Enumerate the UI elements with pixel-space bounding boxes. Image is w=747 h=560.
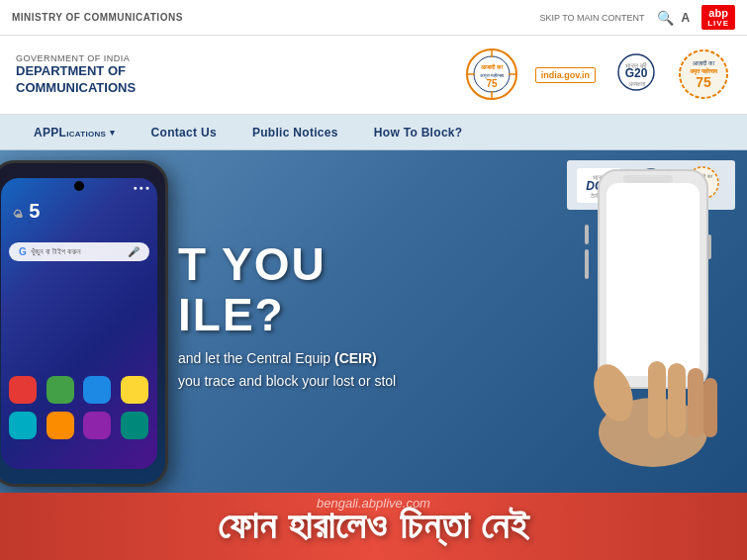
nav-applications[interactable]: APPLications ▾ [16,115,134,150]
abp-live-label: LIVE [707,19,729,28]
chevron-down-icon: ▾ [110,128,115,138]
hero-section: भारत DOT टेलीकॉम India's G20 आज़ादी का अ… [0,150,747,560]
phone-time: 🌤 5 [13,198,40,224]
abp-label: abp [708,7,728,19]
svg-rect-37 [688,368,703,437]
svg-text:आज़ादी का: आज़ादी का [693,59,715,66]
ministry-label: MINISTRY OF COMMUNICATIONS [12,12,183,23]
app-icon-5 [9,412,37,439]
dept-name: DEPARTMENT OF COMMUNICATIONS [16,63,136,97]
app-icons-grid [9,376,149,439]
samsung-phone: ● ● ● 🌤 5 G খুঁজুন বা টাইপ করুন 🎤 [0,160,168,487]
app-icon-3 [83,376,111,404]
phone-camera [74,181,84,191]
app-icon-4 [121,376,148,404]
svg-rect-33 [585,225,589,244]
samsung-screen: ● ● ● 🌤 5 G খুঁজুন বা টাইপ করুন 🎤 [1,178,157,469]
nav-public-notices[interactable]: Public Notices [234,115,356,150]
app-icon-6 [47,412,74,439]
google-search-bar: G খুঁজুন বা টাইপ করুন 🎤 [9,242,149,261]
app-icon-7 [83,412,111,439]
bengali-headline: ফোন হারালেও চিন্তা নেই [20,505,727,548]
top-bar-right: SKIP TO MAIN CONTENT 🔍 A abp LIVE [540,5,735,30]
svg-rect-30 [607,183,700,376]
azadi-logo: आजादी का अमृत महोत्सव 75 [465,47,519,102]
svg-rect-31 [623,175,673,183]
svg-text:आजादी का: आजादी का [481,63,504,70]
svg-text:G20: G20 [625,66,648,80]
navbar: APPLications ▾ Contact Us Public Notices… [0,115,747,150]
skip-link[interactable]: SKIP TO MAIN CONTENT [540,13,645,23]
g20-svg: भारत की G20 अध्यक्षता [611,52,661,97]
font-icon[interactable]: A [682,11,691,25]
g20-logo: भारत की G20 अध्यक्षता [611,52,661,97]
app-icon-8 [121,412,148,439]
svg-rect-36 [668,363,686,437]
svg-text:अध्यक्षता: अध्यक्षता [628,81,646,87]
top-icons: 🔍 A [657,10,691,26]
phone-left: ● ● ● 🌤 5 G খুঁজুন বা টাইপ করুন 🎤 [0,160,168,487]
app-icon-1 [9,376,37,404]
app-icon-2 [47,376,74,404]
top-bar: MINISTRY OF COMMUNICATIONS SKIP TO MAIN … [0,0,747,36]
india-gov-logo: india.gov.in [535,67,596,83]
search-icon[interactable]: 🔍 [657,10,674,26]
header-logos: आजादी का अमृत महोत्सव 75 india.gov.in भा… [465,47,731,102]
svg-text:75: 75 [486,78,498,89]
svg-rect-32 [707,234,711,259]
amrit-badge: आज़ादी का अमृत महोत्सव 75 [677,47,731,102]
svg-rect-39 [648,361,666,438]
svg-rect-38 [703,378,717,437]
nav-contact-us[interactable]: Contact Us [134,115,234,150]
watermark: bengali.abplive.com [317,496,430,511]
nav-how-to-block[interactable]: How to Block? [356,115,481,150]
phone-right [569,165,727,476]
svg-text:75: 75 [696,74,711,90]
header-dept-info: GOVERNMENT OF INDIA DEPARTMENT OF COMMUN… [16,53,136,97]
abp-logo: abp LIVE [701,5,735,30]
site-header: GOVERNMENT OF INDIA DEPARTMENT OF COMMUN… [0,36,747,115]
svg-rect-34 [585,249,589,279]
hand-phone-svg [569,165,727,472]
gov-label: GOVERNMENT OF INDIA [16,53,136,63]
